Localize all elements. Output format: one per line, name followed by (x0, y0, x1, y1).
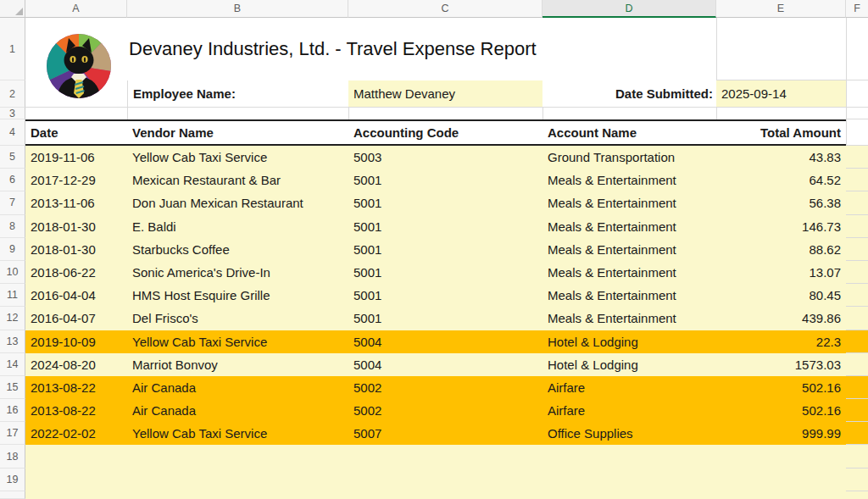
cell-accounting-code[interactable]: 5001 (348, 238, 542, 261)
cell-f2[interactable] (846, 80, 868, 108)
cell-account-name[interactable]: Airfare (542, 399, 716, 422)
cell-date[interactable]: 2016-04-07 (25, 307, 127, 330)
cell-f4[interactable] (846, 119, 868, 146)
cell-accounting-code[interactable]: 5004 (348, 330, 542, 353)
header-total-amount[interactable]: Total Amount (716, 119, 846, 146)
cell-f-filler[interactable] (846, 191, 868, 214)
empty-cell[interactable] (127, 469, 348, 491)
cell-f-filler[interactable] (846, 330, 868, 353)
cell-date[interactable]: 2018-01-30 (25, 238, 127, 261)
cell-accounting-code[interactable]: 5001 (348, 307, 542, 330)
cell-vendor-name[interactable]: Marriot Bonvoy (127, 353, 348, 376)
cell-total-amount[interactable]: 146.73 (716, 215, 846, 238)
header-date[interactable]: Date (25, 119, 127, 146)
cell-d3[interactable] (542, 108, 716, 119)
cell-date[interactable]: 2017-12-29 (25, 169, 127, 191)
cell-total-amount[interactable]: 56.38 (716, 191, 846, 214)
cell-vendor-name[interactable]: Yellow Cab Taxi Service (127, 146, 348, 169)
cell-account-name[interactable]: Office Supplies (542, 422, 716, 445)
cell-account-name[interactable]: Hotel & Lodging (542, 330, 716, 353)
cell-account-name[interactable]: Meals & Entertainment (542, 261, 716, 284)
cell-c3[interactable] (348, 108, 542, 119)
cell-date[interactable]: 2019-10-09 (25, 330, 127, 353)
cell-vendor-name[interactable]: Mexican Restaurant & Bar (127, 169, 348, 191)
cell-total-amount[interactable]: 1573.03 (716, 353, 846, 376)
cell-f-filler[interactable] (846, 376, 868, 399)
empty-cell[interactable] (542, 469, 716, 491)
select-all-corner[interactable] (0, 0, 25, 18)
cell-total-amount[interactable]: 88.62 (716, 238, 846, 261)
cell-a3[interactable] (25, 108, 127, 119)
report-title[interactable]: Devaney Industries, Ltd. - Travel Expens… (127, 18, 716, 80)
cell-account-name[interactable]: Meals & Entertainment (542, 169, 716, 191)
empty-cell[interactable] (542, 445, 716, 468)
cell-f-filler[interactable] (846, 307, 868, 330)
header-accounting-code[interactable]: Accounting Code (348, 119, 542, 146)
employee-name-label[interactable]: Employee Name: (127, 80, 348, 108)
cell-b3[interactable] (127, 108, 348, 119)
row-header-20[interactable] (0, 491, 25, 499)
cell-account-name[interactable]: Airfare (542, 376, 716, 399)
cell-date[interactable]: 2018-06-22 (25, 261, 127, 284)
row-header-1[interactable]: 1 (0, 18, 25, 80)
cell-vendor-name[interactable]: Air Canada (127, 376, 348, 399)
cell-date[interactable]: 2018-01-30 (25, 215, 127, 238)
column-header-e[interactable]: E (716, 0, 846, 18)
cell-account-name[interactable]: Hotel & Lodging (542, 353, 716, 376)
cell-vendor-name[interactable]: Del Frisco's (127, 307, 348, 330)
row-header-17[interactable]: 17 (0, 422, 25, 445)
row-header-11[interactable]: 11 (0, 284, 25, 307)
cell-f-filler[interactable] (846, 445, 868, 468)
row-header-10[interactable]: 10 (0, 261, 25, 284)
cell-total-amount[interactable]: 64.52 (716, 169, 846, 191)
cell-total-amount[interactable]: 999.99 (716, 422, 846, 445)
empty-cell[interactable] (716, 469, 846, 491)
cell-accounting-code[interactable]: 5001 (348, 215, 542, 238)
cell-total-amount[interactable]: 80.45 (716, 284, 846, 307)
row-header-18[interactable]: 18 (0, 445, 25, 468)
cell-date[interactable]: 2024-08-20 (25, 353, 127, 376)
header-account-name[interactable]: Account Name (542, 119, 716, 146)
empty-cell[interactable] (25, 445, 127, 468)
cell-e3[interactable] (716, 108, 846, 119)
cell-vendor-name[interactable]: Yellow Cab Taxi Service (127, 330, 348, 353)
empty-cell[interactable] (716, 445, 846, 468)
row-header-13[interactable]: 13 (0, 330, 25, 353)
row-header-7[interactable]: 7 (0, 191, 25, 214)
cell-total-amount[interactable]: 439.86 (716, 307, 846, 330)
column-header-f[interactable]: F (846, 0, 868, 18)
cell-f-filler[interactable] (846, 284, 868, 307)
cell-accounting-code[interactable]: 5001 (348, 261, 542, 284)
cell-f-filler[interactable] (846, 215, 868, 238)
cell-accounting-code[interactable]: 5004 (348, 353, 542, 376)
cell-accounting-code[interactable]: 5001 (348, 284, 542, 307)
cell-total-amount[interactable]: 13.07 (716, 261, 846, 284)
row-header-2[interactable]: 2 (0, 80, 25, 108)
header-vendor-name[interactable]: Vendor Name (127, 119, 348, 146)
cell-account-name[interactable]: Meals & Entertainment (542, 284, 716, 307)
empty-cell[interactable] (348, 445, 542, 468)
cell-total-amount[interactable]: 502.16 (716, 376, 846, 399)
cell-f-filler[interactable] (846, 491, 868, 499)
cell-date[interactable]: 2019-11-06 (25, 146, 127, 169)
cell-date[interactable]: 2016-04-04 (25, 284, 127, 307)
cell-f-filler[interactable] (846, 399, 868, 422)
cell-f1[interactable] (846, 18, 868, 80)
row-header-16[interactable]: 16 (0, 399, 25, 422)
column-header-b[interactable]: B (127, 0, 348, 18)
row-header-5[interactable]: 5 (0, 146, 25, 169)
column-header-d-selected[interactable]: D (542, 0, 716, 18)
cell-f3[interactable] (846, 108, 868, 119)
empty-cell[interactable] (127, 445, 348, 468)
empty-cell[interactable] (127, 491, 348, 499)
row-header-6[interactable]: 6 (0, 169, 25, 191)
cell-total-amount[interactable]: 43.83 (716, 146, 846, 169)
cell-account-name[interactable]: Meals & Entertainment (542, 191, 716, 214)
cell-f-filler[interactable] (846, 422, 868, 445)
empty-cell[interactable] (348, 469, 542, 491)
cell-account-name[interactable]: Meals & Entertainment (542, 238, 716, 261)
cell-accounting-code[interactable]: 5002 (348, 399, 542, 422)
empty-cell[interactable] (25, 469, 127, 491)
cell-f-filler[interactable] (846, 469, 868, 491)
empty-cell[interactable] (348, 491, 542, 499)
